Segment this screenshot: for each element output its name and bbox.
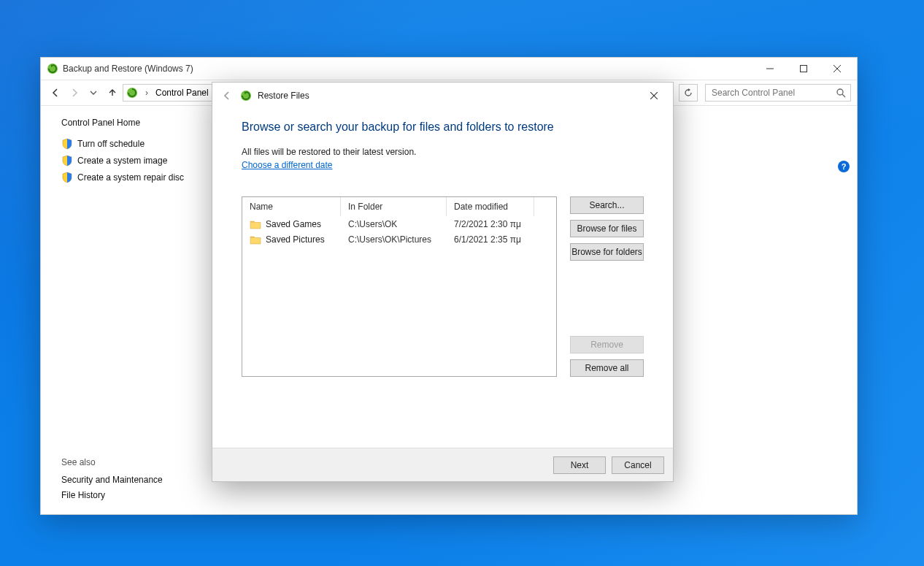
see-also-section: See also Security and Maintenance File H…	[61, 457, 163, 505]
dialog-title: Restore Files	[258, 91, 309, 101]
column-header-date[interactable]: Date modified	[447, 197, 534, 216]
svg-point-3	[837, 89, 843, 95]
shield-icon	[61, 155, 73, 167]
window-title: Backup and Restore (Windows 7)	[63, 64, 193, 74]
svg-rect-1	[801, 66, 807, 72]
file-list-row[interactable]: Saved PicturesC:\Users\OK\Pictures6/1/20…	[242, 232, 556, 247]
sidebar-item-create-system-image[interactable]: Create a system image	[61, 155, 196, 167]
backup-restore-icon	[47, 63, 58, 74]
file-name: Saved Games	[266, 219, 321, 229]
file-name: Saved Pictures	[266, 234, 325, 245]
cancel-button[interactable]: Cancel	[612, 456, 664, 474]
up-button[interactable]	[104, 84, 121, 102]
shield-icon	[61, 172, 73, 183]
breadcrumb-item[interactable]: Control Panel	[153, 88, 212, 98]
window-titlebar[interactable]: Backup and Restore (Windows 7)	[41, 58, 857, 80]
browse-files-button[interactable]: Browse for files	[570, 220, 644, 237]
shield-icon	[61, 138, 73, 150]
back-button[interactable]	[47, 84, 64, 102]
next-button[interactable]: Next	[553, 456, 606, 474]
backup-restore-icon	[126, 87, 138, 99]
search-input[interactable]	[710, 87, 836, 99]
refresh-button[interactable]	[679, 84, 698, 102]
file-date: 6/1/2021 2:35 πμ	[447, 234, 556, 245]
maximize-button[interactable]	[787, 58, 820, 79]
folder-icon	[250, 234, 261, 245]
dialog-footer: Next Cancel	[212, 448, 673, 481]
column-header-folder[interactable]: In Folder	[341, 197, 447, 216]
control-panel-home-link[interactable]: Control Panel Home	[61, 118, 196, 128]
column-header-name[interactable]: Name	[242, 197, 341, 216]
forward-button[interactable]	[66, 84, 83, 102]
sidebar-item-turn-off-schedule[interactable]: Turn off schedule	[61, 138, 196, 150]
browse-folders-button[interactable]: Browse for folders	[570, 243, 644, 261]
recent-locations-button[interactable]	[85, 84, 102, 102]
sidebar: Control Panel Home Turn off schedule Cre…	[41, 106, 205, 514]
see-also-header: See also	[61, 457, 163, 467]
dialog-heading: Browse or search your backup for files a…	[242, 121, 644, 134]
column-header-spare	[534, 197, 556, 216]
chevron-right-icon[interactable]: ›	[141, 88, 153, 98]
sidebar-item-label: Turn off schedule	[77, 139, 145, 149]
choose-date-link[interactable]: Choose a different date	[242, 160, 333, 170]
search-box[interactable]	[705, 84, 851, 102]
dialog-titlebar[interactable]: Restore Files	[212, 83, 673, 109]
address-bar[interactable]: › Control Panel ›	[123, 84, 226, 102]
restore-files-dialog: Restore Files Browse or search your back…	[212, 82, 674, 482]
dialog-subtext: All files will be restored to their late…	[242, 147, 644, 157]
backup-restore-icon	[240, 90, 252, 102]
file-list-row[interactable]: Saved GamesC:\Users\OK7/2/2021 2:30 πμ	[242, 216, 556, 232]
search-icon	[836, 88, 846, 98]
remove-button: Remove	[570, 336, 644, 353]
sidebar-item-create-repair-disc[interactable]: Create a system repair disc	[61, 172, 196, 183]
sidebar-item-label: Create a system image	[77, 156, 167, 166]
dialog-back-button[interactable]	[220, 88, 234, 103]
see-also-link-file-history[interactable]: File History	[61, 490, 163, 500]
file-folder: C:\Users\OK	[341, 219, 447, 229]
dialog-close-button[interactable]	[639, 85, 669, 107]
minimize-button[interactable]	[753, 58, 787, 79]
close-button[interactable]	[820, 58, 854, 79]
sidebar-item-label: Create a system repair disc	[77, 172, 184, 183]
see-also-link-security[interactable]: Security and Maintenance	[61, 475, 163, 485]
search-button[interactable]: Search...	[570, 196, 644, 214]
file-list-header: Name In Folder Date modified	[242, 197, 556, 216]
folder-icon	[250, 219, 261, 229]
file-list[interactable]: Name In Folder Date modified Saved Games…	[242, 196, 557, 377]
file-folder: C:\Users\OK\Pictures	[341, 234, 447, 245]
help-icon[interactable]: ?	[838, 161, 850, 172]
remove-all-button[interactable]: Remove all	[570, 359, 644, 377]
file-date: 7/2/2021 2:30 πμ	[447, 219, 556, 229]
